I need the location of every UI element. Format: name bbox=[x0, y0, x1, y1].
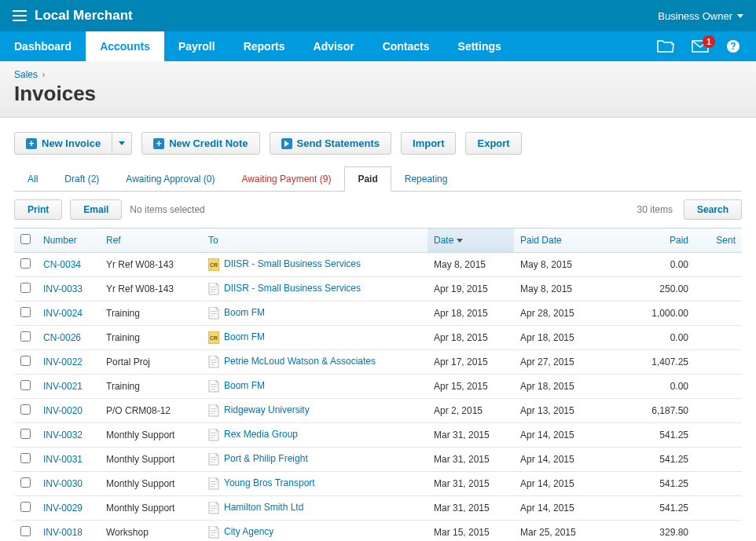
cell-to[interactable]: Hamilton Smith Ltd bbox=[202, 496, 428, 521]
cell-ref: Workshop bbox=[100, 521, 202, 542]
new-invoice-dropdown[interactable] bbox=[112, 132, 132, 155]
svg-rect-24 bbox=[211, 389, 215, 389]
cell-paid: 541.25 bbox=[616, 448, 695, 472]
search-button[interactable]: Search bbox=[684, 199, 742, 220]
row-checkbox[interactable] bbox=[20, 526, 31, 536]
breadcrumb-parent[interactable]: Sales bbox=[14, 69, 38, 80]
row-checkbox[interactable] bbox=[20, 356, 31, 366]
cell-to[interactable]: DIISR - Small Business Services bbox=[202, 277, 428, 302]
help-icon[interactable]: ? bbox=[726, 39, 740, 53]
cell-number[interactable]: INV-0021 bbox=[37, 375, 100, 399]
cell-number[interactable]: INV-0020 bbox=[37, 399, 100, 423]
row-checkbox[interactable] bbox=[20, 477, 31, 488]
svg-rect-20 bbox=[211, 362, 217, 363]
cell-sent bbox=[695, 521, 742, 542]
tab-3[interactable]: Awaiting Payment (9) bbox=[229, 166, 345, 192]
cell-paid-date: May 8, 2015 bbox=[514, 253, 616, 277]
cell-paid: 329.80 bbox=[616, 521, 695, 542]
cell-to[interactable]: Petrie McLoud Watson & Associates bbox=[202, 350, 428, 375]
menu-icon[interactable] bbox=[13, 10, 27, 21]
table-row: INV-0031Monthly SupportPort & Philip Fre… bbox=[14, 448, 742, 472]
tab-0[interactable]: All bbox=[14, 166, 51, 192]
cell-paid: 1,407.25 bbox=[616, 350, 695, 375]
email-button[interactable]: Email bbox=[70, 199, 122, 220]
row-checkbox[interactable] bbox=[20, 283, 31, 293]
cell-paid-date: Apr 27, 2015 bbox=[514, 350, 616, 375]
cell-ref: Training bbox=[100, 375, 202, 399]
cell-paid: 541.25 bbox=[616, 423, 695, 448]
col-to[interactable]: To bbox=[202, 228, 428, 253]
new-invoice-button[interactable]: + New Invoice bbox=[14, 132, 112, 155]
cell-number[interactable]: INV-0032 bbox=[37, 423, 100, 448]
nav-link-dashboard[interactable]: Dashboard bbox=[0, 31, 86, 61]
col-paid-date[interactable]: Paid Date bbox=[514, 228, 616, 253]
row-checkbox[interactable] bbox=[20, 502, 31, 512]
col-date-label: Date bbox=[434, 235, 453, 246]
cell-number[interactable]: INV-0030 bbox=[37, 472, 100, 496]
col-ref[interactable]: Ref bbox=[100, 228, 202, 253]
col-paid[interactable]: Paid bbox=[616, 228, 695, 253]
nav-link-accounts[interactable]: Accounts bbox=[86, 31, 164, 61]
svg-rect-35 bbox=[211, 484, 217, 484]
sort-desc-icon bbox=[457, 239, 463, 243]
col-date[interactable]: Date bbox=[428, 228, 514, 253]
cell-number[interactable]: INV-0029 bbox=[37, 496, 100, 521]
nav-link-reports[interactable]: Reports bbox=[229, 31, 299, 61]
new-credit-note-button[interactable]: + New Credit Note bbox=[141, 132, 259, 155]
user-menu[interactable]: Business Owner bbox=[658, 10, 743, 22]
row-checkbox[interactable] bbox=[20, 404, 31, 415]
print-button[interactable]: Print bbox=[14, 199, 62, 220]
mail-icon[interactable]: 1 bbox=[692, 40, 709, 53]
selection-status: No items selected bbox=[130, 204, 204, 215]
nav-link-advisor[interactable]: Advisor bbox=[299, 31, 369, 61]
row-checkbox[interactable] bbox=[20, 380, 31, 390]
tab-5[interactable]: Repeating bbox=[391, 166, 461, 192]
cell-number[interactable]: INV-0018 bbox=[37, 521, 100, 542]
cell-ref: P/O CRM08-12 bbox=[100, 399, 202, 423]
table-body: CN-0034Yr Ref W08-143CRDIISR - Small Bus… bbox=[14, 253, 742, 542]
cell-to[interactable]: Port & Philip Freight bbox=[202, 448, 428, 472]
cell-to[interactable]: CRDIISR - Small Business Services bbox=[202, 253, 428, 277]
cell-number[interactable]: CN-0026 bbox=[37, 326, 100, 350]
col-sent[interactable]: Sent bbox=[695, 228, 742, 253]
select-all-checkbox[interactable] bbox=[20, 234, 31, 244]
cell-paid: 6,187.50 bbox=[616, 399, 695, 423]
document-icon bbox=[208, 356, 219, 368]
nav-link-contacts[interactable]: Contacts bbox=[369, 31, 444, 61]
nav-link-settings[interactable]: Settings bbox=[444, 31, 516, 61]
cell-to[interactable]: CRBoom FM bbox=[202, 326, 428, 350]
app-name[interactable]: Local Merchant bbox=[35, 8, 133, 24]
cell-to[interactable]: Rex Media Group bbox=[202, 423, 428, 448]
document-icon bbox=[208, 502, 219, 514]
tab-2[interactable]: Awaiting Approval (0) bbox=[112, 166, 228, 192]
cell-to[interactable]: Boom FM bbox=[202, 375, 428, 399]
row-checkbox[interactable] bbox=[20, 453, 31, 463]
send-statements-button[interactable]: Send Statements bbox=[270, 132, 391, 155]
cell-to[interactable]: City Agency bbox=[202, 521, 428, 542]
row-checkbox[interactable] bbox=[20, 258, 31, 269]
cell-date: Mar 31, 2015 bbox=[428, 472, 514, 496]
col-number[interactable]: Number bbox=[37, 228, 100, 253]
user-label: Business Owner bbox=[658, 10, 732, 22]
svg-rect-23 bbox=[211, 386, 217, 387]
cell-number[interactable]: CN-0034 bbox=[37, 253, 100, 277]
tab-4[interactable]: Paid bbox=[344, 166, 391, 192]
folder-icon[interactable] bbox=[657, 40, 674, 53]
cell-to[interactable]: Young Bros Transport bbox=[202, 472, 428, 496]
cell-number[interactable]: INV-0033 bbox=[37, 277, 100, 302]
tab-1[interactable]: Draft (2) bbox=[51, 166, 112, 192]
export-button[interactable]: Export bbox=[465, 132, 521, 155]
cell-number[interactable]: INV-0024 bbox=[37, 302, 100, 326]
cell-number[interactable]: INV-0031 bbox=[37, 448, 100, 472]
content: + New Invoice + New Credit Note Send Sta… bbox=[0, 118, 756, 541]
toolbar-left: Print Email No items selected bbox=[14, 199, 205, 220]
row-checkbox[interactable] bbox=[20, 331, 31, 342]
cell-number[interactable]: INV-0022 bbox=[37, 350, 100, 375]
nav-link-payroll[interactable]: Payroll bbox=[164, 31, 229, 61]
import-button[interactable]: Import bbox=[401, 132, 456, 155]
cell-to[interactable]: Boom FM bbox=[202, 302, 428, 326]
table-row: INV-0018WorkshopCity AgencyMar 15, 2015M… bbox=[14, 521, 742, 542]
row-checkbox[interactable] bbox=[20, 307, 31, 317]
row-checkbox[interactable] bbox=[20, 429, 31, 439]
cell-to[interactable]: Ridgeway University bbox=[202, 399, 428, 423]
